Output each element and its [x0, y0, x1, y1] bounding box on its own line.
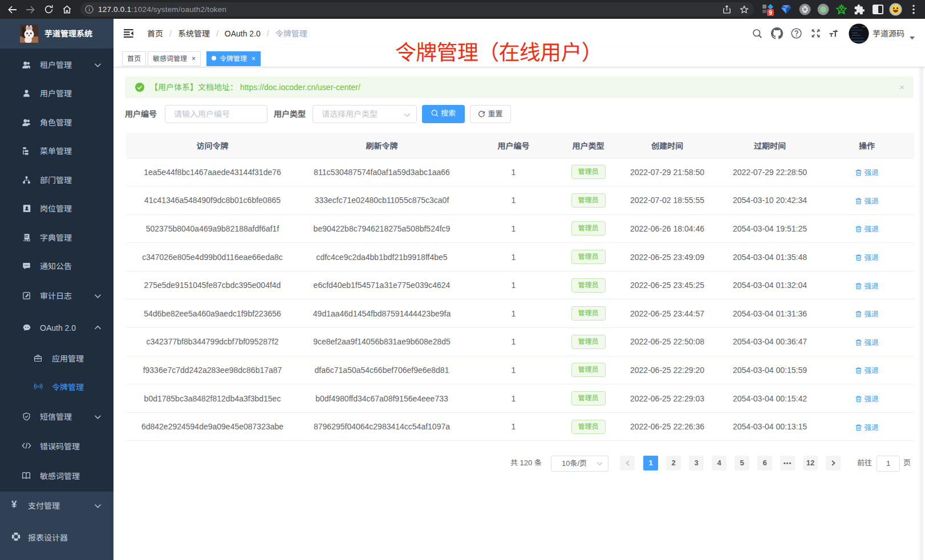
svg-text:9: 9 — [769, 10, 772, 16]
